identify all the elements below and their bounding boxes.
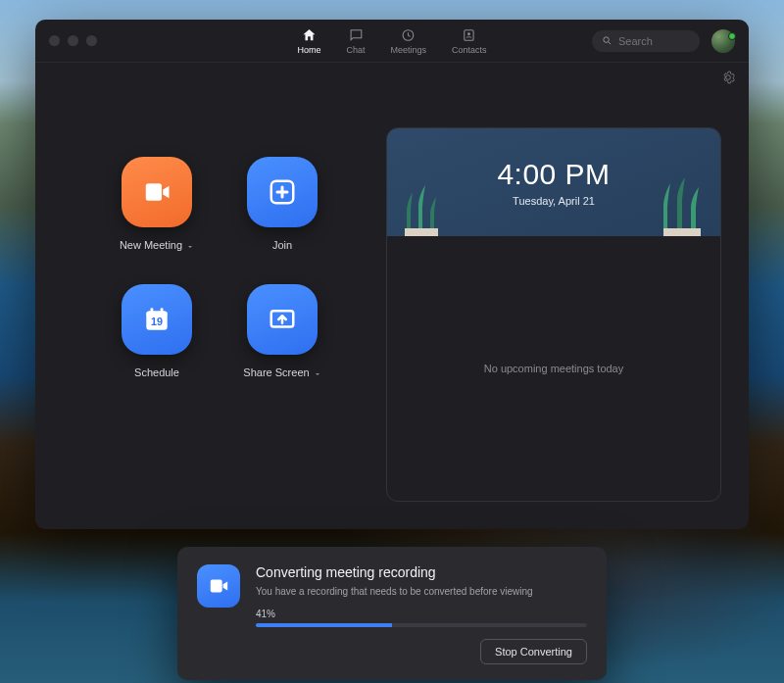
search-icon [602,35,612,46]
no-meetings-text: No upcoming meetings today [484,363,623,374]
new-meeting-label-row[interactable]: New Meeting [120,239,194,251]
tab-label: Meetings [390,45,426,55]
plant-decoration [401,177,446,236]
clock-date: Tuesday, April 21 [513,195,595,207]
gear-icon [721,71,735,84]
video-icon [142,177,172,207]
dialog-subtitle: You have a recording that needs to be co… [256,586,587,597]
home-icon [301,27,317,43]
tab-label: Home [297,45,320,55]
tab-chat[interactable]: Chat [346,27,365,55]
share-screen-button[interactable] [247,284,318,355]
action-grid: New Meeting Join [63,127,357,502]
join-button[interactable] [247,157,318,227]
svg-point-3 [604,37,610,43]
nav-tabs: Home Chat Meetings Contacts [297,27,486,55]
chat-icon [348,27,364,43]
video-icon [208,575,229,597]
window-minimize-button[interactable] [68,35,78,46]
tab-label: Contacts [452,45,487,55]
search-input[interactable] [618,35,687,47]
tab-contacts[interactable]: Contacts [452,27,487,55]
action-label: New Meeting [120,239,182,251]
new-meeting-button[interactable] [122,157,192,227]
calendar-panel: 4:00 PM Tuesday, April 21 No upcoming me… [386,127,721,502]
chevron-down-icon [314,368,321,376]
plus-icon [268,177,297,207]
share-screen-label-row[interactable]: Share Screen [243,366,320,378]
calendar-body: No upcoming meetings today [387,236,720,501]
calendar-header: 4:00 PM Tuesday, April 21 [387,128,720,236]
svg-rect-11 [405,228,438,236]
window-close-button[interactable] [49,35,60,46]
action-label: Schedule [134,366,179,378]
window-zoom-button[interactable] [86,35,97,46]
svg-rect-9 [161,308,164,313]
chevron-down-icon [186,241,194,249]
plant-decoration [658,173,707,236]
clock-time: 4:00 PM [497,158,610,191]
titlebar: Home Chat Meetings Contacts [35,20,749,63]
calendar-day-number: 19 [151,316,163,327]
dialog-title: Converting meeting recording [256,564,587,580]
window-controls [35,35,97,46]
main-area: New Meeting Join [35,88,749,529]
progress-bar [256,623,587,627]
presence-indicator [728,32,736,40]
tab-home[interactable]: Home [297,27,320,55]
schedule-button[interactable]: 19 [122,284,192,355]
svg-rect-12 [663,228,701,236]
dialog-app-icon [197,564,240,608]
tab-label: Chat [346,45,365,55]
zoom-main-window: Home Chat Meetings Contacts [35,20,749,529]
stop-converting-button[interactable]: Stop Converting [480,639,587,664]
clock-icon [401,27,416,43]
svg-line-4 [609,42,611,44]
contacts-icon [462,27,477,43]
calendar-icon: 19 [142,305,172,334]
share-screen-icon [268,305,297,334]
settings-button[interactable] [721,71,735,88]
action-label: Join [272,239,292,251]
svg-rect-8 [151,308,154,313]
progress-percent: 41% [256,609,587,619]
svg-point-2 [467,32,470,35]
converting-dialog: Converting meeting recording You have a … [177,547,607,680]
action-label: Share Screen [243,366,309,378]
progress-fill [256,623,392,627]
search-box[interactable] [592,30,700,52]
tab-meetings[interactable]: Meetings [390,27,426,55]
